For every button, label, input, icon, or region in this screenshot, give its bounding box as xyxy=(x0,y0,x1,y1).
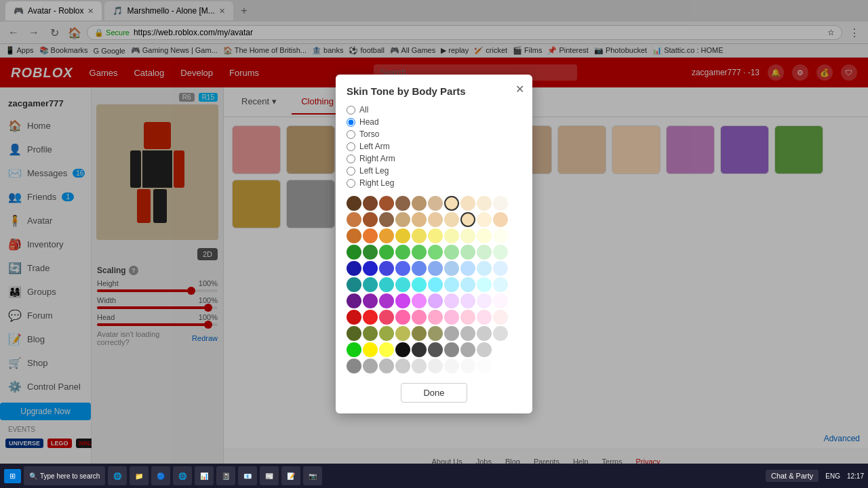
taskbar-onenote[interactable]: 📓 xyxy=(216,466,235,485)
color-swatch[interactable] xyxy=(379,261,394,276)
color-swatch[interactable] xyxy=(347,293,361,308)
color-swatch[interactable] xyxy=(412,342,427,357)
color-swatch[interactable] xyxy=(444,293,459,308)
color-swatch[interactable] xyxy=(395,261,410,276)
color-swatch[interactable] xyxy=(347,212,361,227)
color-swatch[interactable] xyxy=(428,212,443,227)
color-swatch[interactable] xyxy=(493,326,508,341)
color-swatch[interactable] xyxy=(379,293,394,308)
color-swatch[interactable] xyxy=(444,261,459,276)
color-swatch[interactable] xyxy=(428,228,443,243)
color-swatch[interactable] xyxy=(379,342,394,357)
color-swatch[interactable] xyxy=(493,293,508,308)
color-swatch[interactable] xyxy=(477,326,492,341)
start-button[interactable]: ⊞ xyxy=(4,469,21,483)
color-swatch[interactable] xyxy=(395,212,410,227)
color-swatch[interactable] xyxy=(395,245,410,260)
radio-left-arm[interactable]: Left Arm xyxy=(347,142,521,151)
color-swatch[interactable] xyxy=(412,212,427,227)
color-swatch[interactable] xyxy=(477,293,492,308)
radio-torso[interactable]: Torso xyxy=(347,129,521,139)
color-swatch[interactable] xyxy=(412,293,427,308)
color-swatch[interactable] xyxy=(347,277,361,292)
radio-right-leg[interactable]: Right Leg xyxy=(347,178,521,188)
color-swatch[interactable] xyxy=(477,359,492,373)
color-swatch[interactable] xyxy=(412,277,427,292)
taskbar-cortana[interactable]: 🌐 xyxy=(108,466,127,485)
color-swatch[interactable] xyxy=(363,261,378,276)
color-swatch[interactable] xyxy=(395,342,410,357)
color-swatch[interactable] xyxy=(477,212,492,227)
taskbar-photos[interactable]: 📷 xyxy=(303,466,322,485)
color-swatch[interactable] xyxy=(412,326,427,341)
modal-close-button[interactable]: ✕ xyxy=(515,83,524,96)
color-swatch[interactable] xyxy=(428,342,443,357)
color-swatch[interactable] xyxy=(395,310,410,325)
color-swatch[interactable] xyxy=(395,326,410,341)
color-swatch[interactable] xyxy=(363,342,378,357)
radio-right-arm[interactable]: Right Arm xyxy=(347,154,521,163)
color-swatch[interactable] xyxy=(444,277,459,292)
color-swatch[interactable] xyxy=(363,228,378,243)
taskbar-word[interactable]: 📝 xyxy=(281,466,300,485)
color-swatch[interactable] xyxy=(460,342,475,357)
taskbar-outlook[interactable]: 📧 xyxy=(238,466,257,485)
color-swatch[interactable] xyxy=(395,359,410,373)
taskbar-excel[interactable]: 📊 xyxy=(195,466,214,485)
color-swatch[interactable] xyxy=(363,326,378,341)
radio-head[interactable]: Head xyxy=(347,117,521,127)
chat-party-button[interactable]: Chat & Party xyxy=(766,470,818,482)
radio-left-leg[interactable]: Left Leg xyxy=(347,166,521,176)
color-swatch[interactable] xyxy=(493,212,508,227)
color-swatch[interactable] xyxy=(412,196,427,211)
color-swatch[interactable] xyxy=(460,359,475,373)
color-swatch[interactable] xyxy=(477,310,492,325)
color-swatch[interactable] xyxy=(347,245,361,260)
color-swatch[interactable] xyxy=(477,196,492,211)
color-swatch[interactable] xyxy=(363,293,378,308)
color-swatch[interactable] xyxy=(363,212,378,227)
color-swatch[interactable] xyxy=(460,228,475,243)
color-swatch[interactable] xyxy=(347,326,361,341)
color-swatch[interactable] xyxy=(493,196,508,211)
color-swatch[interactable] xyxy=(379,212,394,227)
color-swatch[interactable] xyxy=(428,326,443,341)
color-swatch[interactable] xyxy=(444,342,459,357)
color-swatch[interactable] xyxy=(428,277,443,292)
color-swatch[interactable] xyxy=(460,245,475,260)
color-swatch[interactable] xyxy=(444,196,459,211)
color-swatch[interactable] xyxy=(412,359,427,373)
color-swatch[interactable] xyxy=(428,261,443,276)
taskbar-search[interactable]: 🔍 Type here to search xyxy=(24,466,105,485)
color-swatch[interactable] xyxy=(444,326,459,341)
color-swatch[interactable] xyxy=(460,212,475,227)
color-swatch[interactable] xyxy=(347,359,361,373)
done-button[interactable]: Done xyxy=(401,383,467,403)
color-swatch[interactable] xyxy=(379,326,394,341)
color-swatch[interactable] xyxy=(395,293,410,308)
color-swatch[interactable] xyxy=(412,228,427,243)
color-swatch[interactable] xyxy=(444,359,459,373)
taskbar-explorer[interactable]: 📁 xyxy=(130,466,149,485)
color-swatch[interactable] xyxy=(347,196,361,211)
color-swatch[interactable] xyxy=(444,310,459,325)
taskbar-edge[interactable]: 🔵 xyxy=(151,466,170,485)
color-swatch[interactable] xyxy=(460,293,475,308)
color-swatch[interactable] xyxy=(444,212,459,227)
color-swatch[interactable] xyxy=(477,261,492,276)
color-swatch[interactable] xyxy=(428,196,443,211)
color-swatch[interactable] xyxy=(493,245,508,260)
color-swatch[interactable] xyxy=(395,228,410,243)
color-swatch[interactable] xyxy=(460,196,475,211)
color-swatch[interactable] xyxy=(444,228,459,243)
color-swatch[interactable] xyxy=(444,245,459,260)
color-swatch[interactable] xyxy=(477,342,492,357)
color-swatch[interactable] xyxy=(460,326,475,341)
color-swatch[interactable] xyxy=(363,196,378,211)
color-swatch[interactable] xyxy=(347,228,361,243)
color-swatch[interactable] xyxy=(379,277,394,292)
color-swatch[interactable] xyxy=(363,245,378,260)
color-swatch[interactable] xyxy=(493,342,508,357)
color-swatch[interactable] xyxy=(428,359,443,373)
color-swatch[interactable] xyxy=(412,245,427,260)
